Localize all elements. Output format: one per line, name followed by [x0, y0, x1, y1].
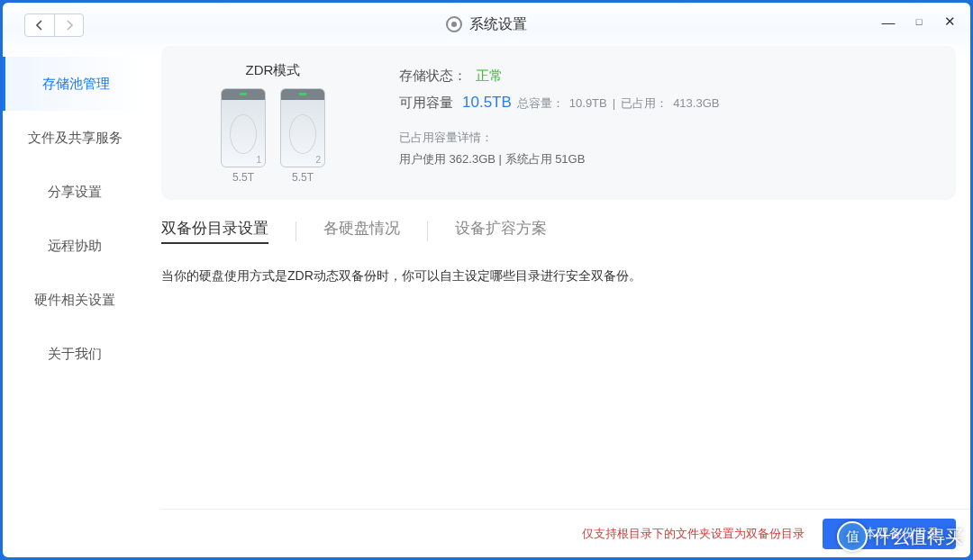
close-button[interactable]: ✕ — [936, 8, 963, 35]
disk-icon: 2 — [280, 88, 325, 167]
titlebar: 系统设置 — □ ✕ — [3, 3, 970, 46]
sidebar-item-label: 分享设置 — [48, 184, 102, 201]
chevron-left-icon — [36, 20, 43, 31]
disk-number: 1 — [256, 155, 261, 165]
sidebar-item-about[interactable]: 关于我们 — [3, 327, 147, 381]
maximize-button[interactable]: □ — [905, 8, 932, 35]
disk-icon: 1 — [221, 88, 266, 167]
sidebar-item-storage-pool[interactable]: 存储池管理 — [3, 57, 147, 111]
sidebar-item-share-settings[interactable]: 分享设置 — [3, 165, 147, 219]
usage-detail-label: 已占用容量详情： — [399, 130, 934, 146]
tab-label: 各硬盘情况 — [323, 220, 400, 237]
total-label: 总容量： — [517, 95, 564, 112]
settings-icon — [446, 16, 462, 32]
disk-capacity: 5.5T — [292, 171, 314, 184]
footer-bar: 仅支持根目录下的文件夹设置为双备份目录 管理本双备份目录 — [161, 509, 970, 557]
used-value: 413.3GB — [673, 96, 719, 110]
sidebar-item-remote-assist[interactable]: 远程协助 — [3, 219, 147, 273]
disk-number: 2 — [315, 155, 321, 165]
storage-status-card: ZDR模式 1 5.5T 2 5.5T 存储状态： — [161, 46, 956, 200]
window-title: 系统设置 — [469, 15, 527, 34]
manage-backup-button[interactable]: 管理本双备份目录 — [823, 519, 956, 549]
sidebar-item-label: 远程协助 — [48, 238, 102, 255]
status-label: 存储状态： — [399, 68, 467, 85]
tab-label: 双备份目录设置 — [161, 220, 268, 237]
tab-description: 当你的硬盘使用方式是ZDR动态双备份时，你可以自主设定哪些目录进行安全双备份。 — [161, 257, 970, 294]
sidebar-item-label: 硬件相关设置 — [34, 292, 115, 309]
nav-buttons — [24, 14, 84, 37]
minimize-button[interactable]: — — [875, 8, 902, 35]
chevron-right-icon — [66, 20, 73, 31]
tab-label: 设备扩容方案 — [455, 220, 547, 237]
footer-note: 仅支持根目录下的文件夹设置为双备份目录 — [582, 526, 805, 542]
available-label: 可用容量 — [399, 95, 453, 112]
storage-mode-label: ZDR模式 — [183, 62, 363, 79]
sidebar-item-label: 文件及共享服务 — [28, 130, 123, 147]
disk-capacity: 5.5T — [232, 171, 254, 184]
nav-back-button[interactable] — [25, 14, 54, 36]
sidebar-item-label: 关于我们 — [48, 346, 102, 363]
sidebar-item-hardware[interactable]: 硬件相关设置 — [3, 273, 147, 327]
nav-forward-button[interactable] — [54, 14, 83, 36]
status-value: 正常 — [476, 68, 503, 85]
tab-disk-status[interactable]: 各硬盘情况 — [323, 218, 400, 244]
sidebar-item-label: 存储池管理 — [42, 76, 110, 93]
sidebar: 存储池管理 文件及共享服务 分享设置 远程协助 硬件相关设置 关于我们 — [3, 46, 147, 557]
total-value: 10.9TB — [569, 96, 607, 110]
tab-dual-backup[interactable]: 双备份目录设置 — [161, 218, 268, 244]
sidebar-item-file-sharing[interactable]: 文件及共享服务 — [3, 111, 147, 165]
disk-item: 2 5.5T — [280, 88, 325, 184]
tabs: 双备份目录设置 各硬盘情况 设备扩容方案 — [161, 200, 970, 257]
disk-item: 1 5.5T — [221, 88, 266, 184]
usage-detail-value: 用户使用 362.3GB | 系统占用 51GB — [399, 151, 934, 167]
available-value: 10.5TB — [462, 94, 512, 112]
tab-expansion[interactable]: 设备扩容方案 — [455, 218, 547, 244]
used-label: 已占用： — [621, 95, 668, 112]
